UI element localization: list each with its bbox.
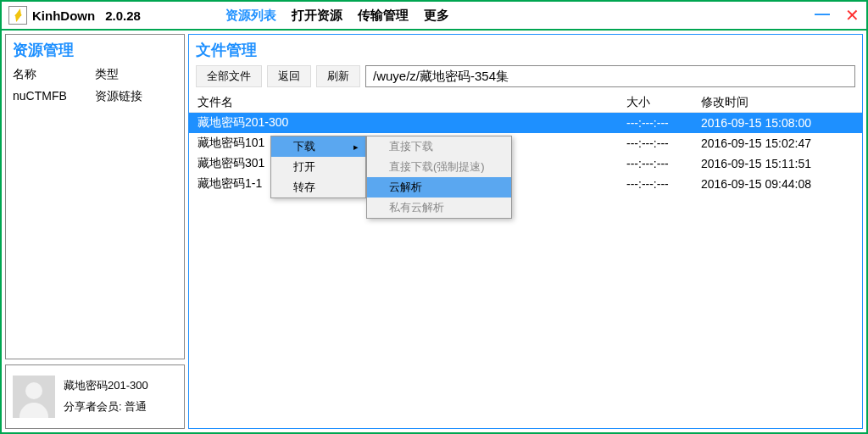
menu-private-cloud[interactable]: 私有云解析 (367, 198, 511, 218)
titlebar: KinhDown 2.0.28 资源列表 打开资源 传输管理 更多 — ✕ (2, 2, 866, 31)
file-panel: 文件管理 全部文件 返回 刷新 文件名 大小 修改时间 藏地密码201-300 (188, 34, 863, 429)
menu-cloud-parse[interactable]: 云解析 (367, 177, 511, 198)
file-size: ---:---:--- (626, 157, 701, 170)
sharer-name: 藏地密码201-300 (64, 376, 148, 397)
right-panel: 文件管理 全部文件 返回 刷新 文件名 大小 修改时间 藏地密码201-300 (188, 31, 866, 432)
menu-download[interactable]: 下载 (271, 136, 365, 157)
avatar-icon (13, 376, 55, 418)
body: 资源管理 名称 类型 nuCTMFB 资源链接 藏地密码201-3 (2, 31, 866, 432)
menu-open[interactable]: 打开 (271, 157, 365, 177)
resource-head: 名称 类型 (6, 64, 184, 86)
menu-direct-dl-boost[interactable]: 直接下载(强制提速) (367, 157, 511, 177)
main-tabs: 资源列表 打开资源 传输管理 更多 (225, 8, 449, 24)
file-head: 文件名 大小 修改时间 (189, 92, 862, 113)
sharer-info: 藏地密码201-300 分享者会员: 普通 (64, 376, 148, 417)
resource-panel: 资源管理 名称 类型 nuCTMFB 资源链接 (5, 34, 185, 359)
all-files-button[interactable]: 全部文件 (196, 65, 262, 87)
resource-name: nuCTMFB (13, 89, 95, 104)
lightning-icon (8, 6, 27, 25)
resource-row[interactable]: nuCTMFB 资源链接 (6, 86, 184, 108)
sharer-panel: 藏地密码201-300 分享者会员: 普通 (5, 364, 185, 429)
app-name: KinhDown (32, 8, 95, 23)
back-button[interactable]: 返回 (267, 65, 311, 87)
tab-open-resource[interactable]: 打开资源 (292, 8, 342, 24)
file-time: 2016-09-15 09:44:08 (701, 177, 854, 191)
refresh-button[interactable]: 刷新 (316, 65, 360, 87)
minimize-button[interactable]: — (815, 5, 830, 25)
resource-type: 资源链接 (95, 89, 177, 104)
window-controls: — ✕ (815, 5, 860, 25)
tab-transfer[interactable]: 传输管理 (358, 8, 409, 24)
app-version: 2.0.28 (105, 8, 141, 23)
col-name: 名称 (13, 67, 95, 82)
file-title: 文件管理 (189, 35, 862, 62)
menu-save[interactable]: 转存 (271, 177, 365, 198)
tab-more[interactable]: 更多 (424, 8, 449, 24)
col-type: 类型 (95, 67, 177, 82)
file-time: 2016-09-15 15:08:00 (701, 116, 854, 130)
file-time: 2016-09-15 15:02:47 (701, 136, 854, 150)
file-name: 藏地密码201-300 (198, 115, 626, 131)
resource-table: 名称 类型 nuCTMFB 资源链接 (6, 64, 184, 108)
file-size: ---:---:--- (626, 177, 701, 191)
context-menu[interactable]: 下载 打开 转存 (270, 136, 366, 198)
toolbar: 全部文件 返回 刷新 (189, 62, 862, 92)
close-button[interactable]: ✕ (845, 5, 860, 25)
resource-title: 资源管理 (6, 35, 184, 64)
col-filename: 文件名 (198, 95, 626, 110)
path-input[interactable] (365, 65, 855, 87)
col-size: 大小 (626, 95, 701, 110)
sharer-member: 分享者会员: 普通 (64, 397, 148, 418)
file-size: ---:---:--- (626, 116, 701, 130)
file-size: ---:---:--- (626, 136, 701, 150)
context-submenu[interactable]: 直接下载 直接下载(强制提速) 云解析 私有云解析 (366, 136, 512, 219)
file-row[interactable]: 藏地密码201-300 ---:---:--- 2016-09-15 15:08… (189, 113, 862, 133)
left-panel: 资源管理 名称 类型 nuCTMFB 资源链接 藏地密码201-3 (2, 31, 188, 432)
tab-resource-list[interactable]: 资源列表 (225, 8, 276, 24)
menu-direct-dl[interactable]: 直接下载 (367, 136, 511, 157)
file-time: 2016-09-15 15:11:51 (701, 157, 854, 170)
col-mtime: 修改时间 (701, 95, 854, 110)
